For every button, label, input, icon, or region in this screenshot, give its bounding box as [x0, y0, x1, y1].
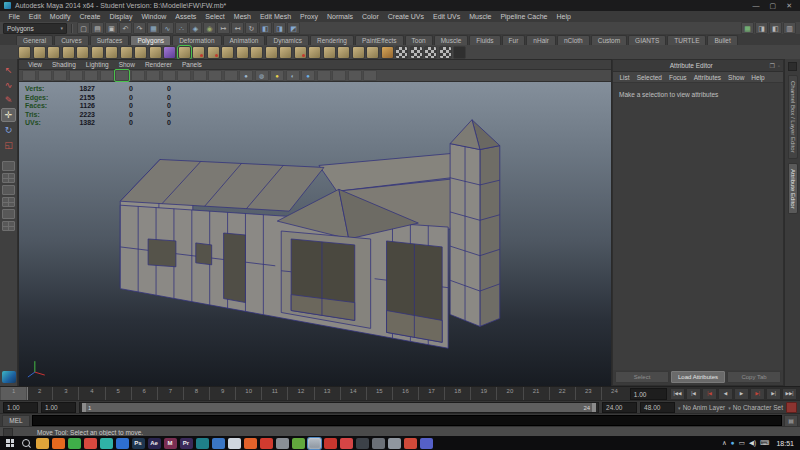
frame-cell[interactable]: 8 — [183, 387, 209, 401]
status-icon[interactable]: ◉ — [203, 22, 216, 34]
sidebar-toggle-icon[interactable]: ▦ — [741, 22, 754, 34]
frame-cell[interactable]: 10 — [235, 387, 261, 401]
frame-cell[interactable]: 17 — [418, 387, 444, 401]
panel-toolbar-icon[interactable] — [162, 70, 176, 81]
command-input[interactable] — [32, 415, 782, 426]
anim-layer-selector[interactable]: ▾ No Anim Layer — [678, 404, 725, 411]
title-bar[interactable]: Autodesk Maya 2014 x64 - Student Version… — [0, 0, 800, 11]
shelf-icon[interactable] — [33, 46, 46, 59]
taskbar-app-icon[interactable] — [244, 438, 257, 449]
animation-end-field[interactable]: 48.00 — [640, 402, 675, 413]
shelf-icon[interactable] — [76, 46, 89, 59]
status-icon[interactable]: ▣ — [105, 22, 118, 34]
panel-toolbar-icon[interactable]: ◍ — [255, 70, 269, 81]
frame-cell[interactable]: 15 — [366, 387, 392, 401]
panel-toolbar-icon[interactable] — [363, 70, 377, 81]
taskbar-app-icon[interactable] — [212, 438, 225, 449]
status-icon[interactable]: ∿ — [161, 22, 174, 34]
shelf-tab[interactable]: Animation — [223, 35, 266, 45]
tool-icon[interactable]: ∿ — [1, 78, 16, 92]
shelf-tab[interactable]: GIANTS — [628, 35, 666, 45]
shelf-tab[interactable]: Toon — [405, 35, 433, 45]
taskbar-app-icon[interactable] — [228, 438, 241, 449]
shelf-icon[interactable] — [47, 46, 60, 59]
status-icon[interactable]: ↻ — [245, 22, 258, 34]
menu-item[interactable]: Proxy — [296, 13, 323, 20]
menu-item[interactable]: Normals — [322, 13, 357, 20]
tray-icon[interactable]: ◀) — [749, 440, 756, 447]
panel-menu-item[interactable]: Shading — [47, 61, 81, 68]
taskbar-app-icon[interactable] — [420, 438, 433, 449]
menu-item[interactable]: Create UVs — [383, 13, 428, 20]
panel-toolbar-icon[interactable] — [146, 70, 160, 81]
taskbar-clock[interactable]: 18:51 — [773, 440, 794, 447]
menu-item[interactable]: Window — [137, 13, 171, 20]
layout-button[interactable] — [2, 185, 15, 195]
transport-button[interactable]: ◀ — [718, 388, 733, 400]
transport-button[interactable]: |◀ — [686, 388, 701, 400]
shelf-icon[interactable] — [294, 46, 307, 59]
status-icon[interactable]: ◨ — [273, 22, 286, 34]
frame-cell[interactable]: 6 — [131, 387, 157, 401]
attribute-editor-menu-item[interactable]: Show — [725, 74, 748, 81]
shelf-icon[interactable] — [250, 46, 263, 59]
shelf-tab[interactable]: Bullet — [707, 35, 737, 45]
shelf-icon[interactable] — [323, 46, 336, 59]
shelf-icon[interactable] — [178, 46, 191, 59]
shelf-tab[interactable]: TURTLE — [667, 35, 706, 45]
shelf-icon[interactable] — [134, 46, 147, 59]
shelf-tab[interactable]: PaintEffects — [355, 35, 404, 45]
sidebar-toggle-icon[interactable]: ◨ — [755, 22, 768, 34]
panel-menu-item[interactable]: Show — [114, 61, 140, 68]
panel-toolbar-icon[interactable] — [53, 70, 67, 81]
shelf-tab[interactable]: Muscle — [434, 35, 469, 45]
frame-cell[interactable]: 21 — [523, 387, 549, 401]
status-icon[interactable]: ∴ — [175, 22, 188, 34]
viewport-canvas[interactable]: Verts: 1827 0 0 Edges: 2155 0 0 — [19, 82, 611, 387]
taskbar-app-icon[interactable] — [324, 438, 337, 449]
range-slider-track[interactable]: 1 24 — [79, 402, 599, 413]
status-icon[interactable]: ◧ — [259, 22, 272, 34]
frame-cell[interactable]: 4 — [78, 387, 104, 401]
status-icon[interactable]: ▢ — [77, 22, 90, 34]
transport-button[interactable]: ▶| — [766, 388, 781, 400]
status-icon[interactable]: ↦ — [217, 22, 230, 34]
shelf-icon[interactable] — [18, 46, 31, 59]
taskbar-app-icon[interactable] — [372, 438, 385, 449]
tool-icon[interactable]: ◱ — [1, 138, 16, 152]
transport-button[interactable]: ▶| — [750, 388, 765, 400]
taskbar-app-icon[interactable] — [68, 438, 81, 449]
shelf-icon[interactable] — [265, 46, 278, 59]
shelf-icon[interactable] — [308, 46, 321, 59]
shelf-tab[interactable]: Surfaces — [90, 35, 130, 45]
shelf-tab[interactable]: Deformation — [172, 35, 221, 45]
frame-cell[interactable]: 2 — [26, 387, 52, 401]
panel-toolbar-icon[interactable]: ◐ — [286, 70, 300, 81]
script-editor-icon[interactable]: ▤ — [784, 415, 798, 427]
frame-cell[interactable]: 18 — [444, 387, 470, 401]
shelf-icon[interactable] — [236, 46, 249, 59]
taskbar-app-icon[interactable]: Ps — [132, 438, 145, 449]
range-slider-bar[interactable]: 1 24 — [82, 403, 596, 412]
attribute-editor-menu-item[interactable]: List — [616, 74, 633, 81]
shelf-icon[interactable] — [149, 46, 162, 59]
shelf-icon[interactable] — [381, 46, 394, 59]
taskbar-app-icon[interactable] — [388, 438, 401, 449]
attribute-editor-menu-item[interactable]: Focus — [665, 74, 690, 81]
shelf-icon[interactable] — [410, 46, 423, 59]
current-frame-field[interactable]: 1.00 — [630, 388, 667, 400]
taskbar-app-icon[interactable]: Ae — [148, 438, 161, 449]
menu-item[interactable]: Modify — [45, 13, 75, 20]
layout-button[interactable] — [2, 173, 15, 183]
shelf-tab[interactable]: Fur — [502, 35, 526, 45]
panel-toolbar-icon[interactable] — [84, 70, 98, 81]
attribute-editor-menu-item[interactable]: Selected — [633, 74, 665, 81]
close-button[interactable]: ✕ — [786, 2, 792, 10]
shelf-icon[interactable] — [62, 46, 75, 59]
shelf-icon[interactable] — [207, 46, 220, 59]
frame-cell[interactable]: 1 — [0, 387, 26, 401]
menu-item[interactable]: Assets — [171, 13, 201, 20]
panel-toolbar-icon[interactable] — [69, 70, 83, 81]
menu-item[interactable]: Mesh — [229, 13, 255, 20]
tool-icon[interactable]: ✎ — [1, 93, 16, 107]
